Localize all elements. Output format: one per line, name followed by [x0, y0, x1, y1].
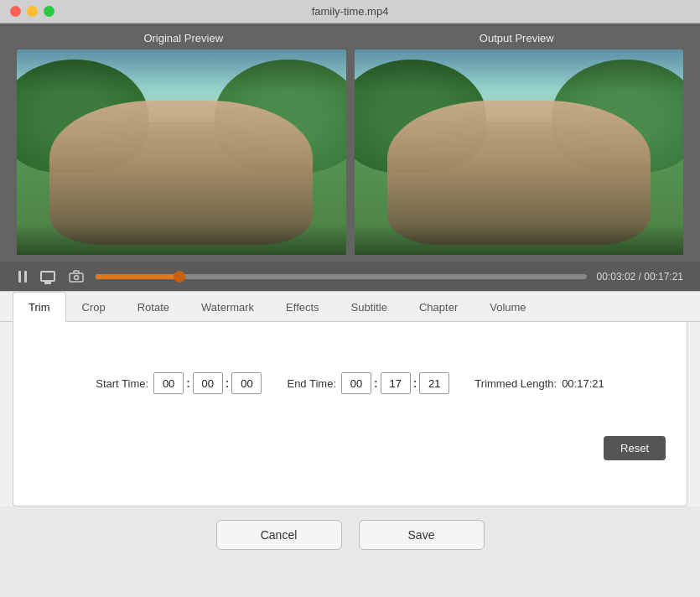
tab-subtitle[interactable]: Subtitle: [335, 292, 403, 322]
tab-trim[interactable]: Trim: [13, 292, 66, 322]
output-video-frame: [355, 49, 684, 255]
progress-fill: [96, 274, 179, 279]
original-preview-label: Original Preview: [17, 32, 350, 44]
people-silhouette: [49, 101, 313, 245]
original-video-photo: [17, 49, 346, 255]
pause-icon: [18, 271, 27, 283]
end-minutes-input[interactable]: [381, 372, 411, 394]
window-controls[interactable]: [10, 6, 54, 17]
trim-controls: Start Time: : : End Time: : :: [30, 372, 670, 394]
preview-videos: [17, 49, 683, 255]
trimmed-length-label: Trimmed Length:: [474, 377, 557, 390]
video-overlay-top: [17, 49, 346, 91]
end-time-fields: : :: [341, 372, 449, 394]
preview-section: Original Preview Output Preview: [0, 23, 700, 262]
output-preview-label: Output Preview: [350, 32, 684, 44]
end-sep-2: :: [413, 376, 417, 390]
start-sep-1: :: [186, 376, 190, 390]
start-time-group: Start Time: : :: [96, 372, 262, 394]
people-silhouette-output: [387, 101, 651, 245]
start-seconds-input[interactable]: [231, 372, 262, 394]
trimmed-length-value: 00:17:21: [562, 377, 604, 390]
fullscreen-button[interactable]: [39, 269, 57, 283]
svg-rect-0: [70, 273, 83, 282]
window-title: family-time.mp4: [312, 5, 389, 18]
preview-labels: Original Preview Output Preview: [17, 32, 683, 44]
start-time-fields: : :: [153, 372, 262, 394]
start-sep-2: :: [226, 376, 230, 390]
video-overlay-bottom-output: [355, 224, 684, 255]
output-video-photo: [355, 49, 684, 255]
titlebar: family-time.mp4: [0, 0, 700, 23]
camera-icon: [69, 270, 84, 283]
pause-button[interactable]: [17, 269, 29, 284]
close-button[interactable]: [10, 6, 21, 17]
tab-chapter[interactable]: Chapter: [403, 292, 474, 322]
end-seconds-input[interactable]: [419, 372, 449, 394]
pause-bar-right: [24, 271, 27, 283]
reset-button[interactable]: Reset: [604, 436, 666, 460]
tab-watermark[interactable]: Watermark: [185, 292, 270, 322]
pause-bar-left: [18, 271, 21, 283]
reset-container: Reset: [30, 436, 670, 460]
video-overlay-top-output: [355, 49, 684, 91]
start-hours-input[interactable]: [153, 372, 184, 394]
tab-rotate[interactable]: Rotate: [122, 292, 185, 322]
maximize-button[interactable]: [44, 6, 54, 17]
progress-bar[interactable]: [96, 274, 587, 279]
trimmed-length-group: Trimmed Length: 00:17:21: [474, 377, 604, 390]
screenshot-button[interactable]: [67, 268, 86, 284]
tabs-bar: Trim Crop Rotate Watermark Effects Subti…: [0, 292, 700, 322]
time-display: 00:03:02 / 00:17:21: [597, 271, 683, 283]
screen-icon: [40, 271, 55, 282]
tab-section: Trim Crop Rotate Watermark Effects Subti…: [0, 291, 700, 506]
start-minutes-input[interactable]: [193, 372, 223, 394]
original-video-frame: [17, 49, 346, 255]
end-time-label: End Time:: [287, 377, 336, 390]
control-bar: 00:03:02 / 00:17:21: [0, 262, 700, 291]
bottom-bar: Cancel Save: [0, 506, 700, 563]
end-hours-input[interactable]: [341, 372, 371, 394]
tab-volume[interactable]: Volume: [474, 292, 542, 322]
minimize-button[interactable]: [27, 6, 38, 17]
end-sep-1: :: [374, 376, 378, 390]
end-time-group: End Time: : :: [287, 372, 449, 394]
save-button[interactable]: Save: [359, 520, 485, 550]
cancel-button[interactable]: Cancel: [216, 520, 342, 550]
progress-thumb[interactable]: [174, 271, 185, 283]
video-overlay-bottom: [17, 224, 346, 255]
tab-content-trim: Start Time: : : End Time: : :: [13, 322, 687, 506]
tab-effects[interactable]: Effects: [270, 292, 335, 322]
svg-point-1: [75, 276, 79, 280]
tab-crop[interactable]: Crop: [66, 292, 122, 322]
start-time-label: Start Time:: [96, 377, 148, 390]
